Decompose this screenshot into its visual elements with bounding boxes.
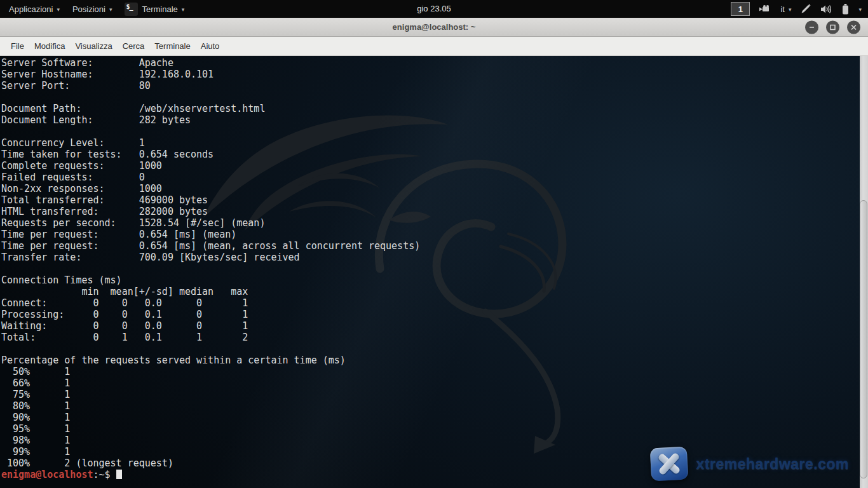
volume-icon[interactable] — [820, 4, 832, 14]
terminal-output: Server Software: Apache Server Hostname:… — [0, 56, 868, 469]
maximize-button[interactable] — [826, 20, 839, 34]
menu-terminal[interactable]: Terminale — [149, 37, 195, 56]
window-controls — [805, 20, 860, 34]
battery-icon[interactable] — [842, 4, 849, 15]
desktop: Applicazioni ▾ Posizioni ▾ $_ Terminale … — [0, 0, 868, 488]
keyboard-layout-label: it — [780, 4, 785, 14]
minimize-button[interactable] — [805, 20, 818, 34]
workspace-indicator[interactable]: 1 — [731, 2, 750, 16]
terminal-window: enigma@localhost: ~ File Modifica Visual… — [0, 18, 868, 488]
gnome-top-bar: Applicazioni ▾ Posizioni ▾ $_ Terminale … — [0, 0, 868, 18]
terminal-menubar: File Modifica Visualizza Cerca Terminale… — [0, 37, 868, 56]
screencast-camera-icon[interactable] — [759, 5, 771, 13]
window-titlebar[interactable]: enigma@localhost: ~ — [0, 18, 868, 37]
wallpaper-watermark: xtremehardware.com — [651, 447, 849, 480]
menu-help[interactable]: Aiuto — [196, 37, 225, 56]
close-button[interactable] — [847, 20, 860, 34]
xtremehardware-logo-icon — [649, 447, 688, 482]
input-pen-icon[interactable] — [801, 4, 811, 14]
prompt-user-host: enigma@localhost — [1, 469, 93, 480]
prompt-symbol: $ — [105, 469, 111, 480]
terminal-content[interactable]: Server Software: Apache Server Hostname:… — [0, 56, 868, 488]
prompt-path: ~ — [99, 469, 105, 480]
watermark-text: xtremehardware.com — [696, 456, 849, 473]
menu-edit[interactable]: Modifica — [29, 37, 70, 56]
terminal-cursor — [116, 470, 122, 479]
chevron-down-icon: ▾ — [789, 6, 792, 13]
prompt-separator: : — [93, 469, 99, 480]
top-bar-status-area: 1 it ▾ — [731, 2, 868, 16]
chevron-down-icon[interactable]: ▾ — [858, 6, 862, 13]
menu-search[interactable]: Cerca — [118, 37, 150, 56]
menu-file[interactable]: File — [6, 37, 29, 56]
window-title: enigma@localhost: ~ — [0, 18, 868, 37]
keyboard-layout-menu[interactable]: it ▾ — [780, 4, 791, 14]
menu-view[interactable]: Visualizza — [70, 37, 117, 56]
terminal-scrollbar-thumb[interactable] — [860, 200, 867, 478]
terminal-scrollbar-track[interactable] — [860, 56, 868, 488]
